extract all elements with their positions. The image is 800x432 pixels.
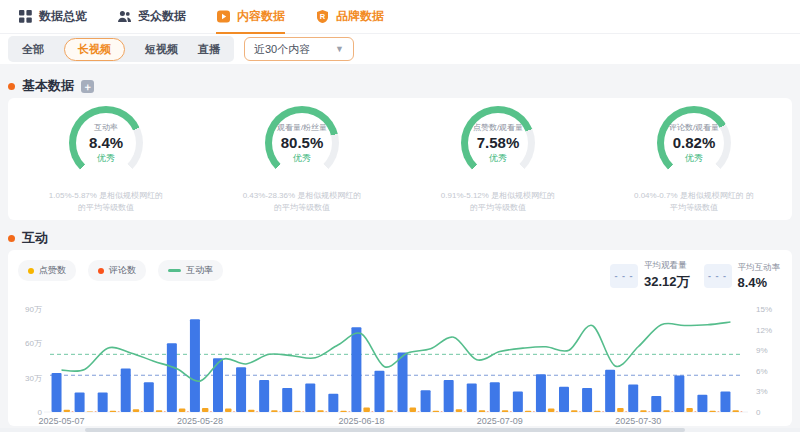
gauge-ring: 互动率 8.4% 优秀 xyxy=(69,106,143,180)
gauge-likes-per-view: 点赞数/观看量 7.58% 优秀 0.91%-5.12% 是相似规模网红的的平均… xyxy=(400,106,596,220)
filter-tab-all[interactable]: 全部 xyxy=(22,42,44,57)
svg-text:12%: 12% xyxy=(756,326,772,335)
svg-text:2025-05-07: 2025-05-07 xyxy=(39,416,85,426)
comments-dot-icon xyxy=(98,268,104,274)
svg-text:R: R xyxy=(320,12,326,21)
gauge-comments-per-view: 评论数/观看量 0.82% 优秀 0.04%-0.7% 是相似规模网红的 的平均… xyxy=(596,106,792,220)
gauge-label: 评论数/观看量 xyxy=(669,122,719,133)
gauge-rating: 优秀 xyxy=(293,152,311,165)
svg-text:15%: 15% xyxy=(756,305,772,314)
filter-tab-live[interactable]: 直播 xyxy=(198,42,220,57)
gauge-ring: 评论数/观看量 0.82% 优秀 xyxy=(657,106,731,180)
nav-tab-label: 内容数据 xyxy=(237,8,285,25)
nav-tab-label: 数据总览 xyxy=(39,8,87,25)
gauge-rating: 优秀 xyxy=(489,152,507,165)
gauge-rating: 优秀 xyxy=(97,152,115,165)
svg-text:2025-07-30: 2025-07-30 xyxy=(615,416,661,426)
shield-r-icon: R xyxy=(315,9,330,24)
gauge-ring: 观看量/粉丝量 80.5% 优秀 xyxy=(265,106,339,180)
rate-line-icon xyxy=(168,269,181,272)
main-content: 基本数据 ＋ 互动率 8.4% 优秀 1.05%-5.87% 是相似规模网红的的… xyxy=(0,64,800,426)
svg-text:3%: 3% xyxy=(756,387,768,396)
grid-icon xyxy=(18,9,33,24)
gauge-label: 点赞数/观看量 xyxy=(473,122,523,133)
gauge-label: 互动率 xyxy=(94,122,118,133)
add-icon[interactable]: ＋ xyxy=(81,80,94,93)
gauge-value: 8.4% xyxy=(89,134,123,151)
gauge-views-per-follower: 观看量/粉丝量 80.5% 优秀 0.43%-28.36% 是相似规模网红的的平… xyxy=(204,106,400,220)
basic-data-header: 基本数据 ＋ xyxy=(8,74,792,98)
gauge-rating: 优秀 xyxy=(685,152,703,165)
interaction-card: 点赞数 评论数 互动率 - - - 平均观看量 32.12万 xyxy=(8,250,792,426)
nav-tab-label: 受众数据 xyxy=(138,8,186,25)
svg-text:60万: 60万 xyxy=(25,339,42,348)
interaction-header: 互动 xyxy=(8,226,792,250)
content-range-value: 近30个内容 xyxy=(254,42,310,57)
svg-text:90万: 90万 xyxy=(25,305,42,314)
filter-tab-long-video[interactable]: 长视频 xyxy=(64,38,125,61)
horizontal-scrollbar[interactable] xyxy=(0,428,800,432)
gauge-value: 7.58% xyxy=(477,134,520,151)
dashed-line-icon: - - - xyxy=(704,264,732,288)
dashed-line-icon: - - - xyxy=(610,264,638,288)
stat-average-views: - - - 平均观看量 32.12万 xyxy=(610,260,690,291)
content-range-select[interactable]: 近30个内容 ▼ xyxy=(244,37,354,61)
nav-tab-content-data[interactable]: 内容数据 xyxy=(216,0,285,34)
svg-text:6%: 6% xyxy=(756,367,768,376)
users-icon xyxy=(117,9,132,24)
stat-label: 平均互动率 xyxy=(738,262,781,274)
svg-text:9%: 9% xyxy=(756,346,768,355)
section-bullet-icon xyxy=(8,83,15,90)
svg-text:2025-07-09: 2025-07-09 xyxy=(477,416,523,426)
chart-legend: 点赞数 评论数 互动率 xyxy=(18,260,223,281)
gauge-benchmark-note: 1.05%-5.87% 是相似规模网红的的平均等级数值 xyxy=(49,190,163,214)
filter-bar: 全部 长视频 短视频 直播 近30个内容 ▼ xyxy=(0,34,800,64)
interaction-chart[interactable]: 030万60万90万03%6%9%12%15%2025-05-072025-05… xyxy=(8,293,792,427)
nav-tab-audience-data[interactable]: 受众数据 xyxy=(117,0,186,34)
section-bullet-icon xyxy=(8,235,15,242)
svg-text:2025-06-18: 2025-06-18 xyxy=(338,416,384,426)
nav-tab-label: 品牌数据 xyxy=(336,8,384,25)
gauge-benchmark-note: 0.04%-0.7% 是相似规模网红的 的平均等级数值 xyxy=(634,190,754,214)
play-icon xyxy=(216,9,231,24)
video-type-segment: 全部 长视频 短视频 直播 xyxy=(8,36,234,62)
svg-text:30万: 30万 xyxy=(25,374,42,383)
stat-value: 8.4% xyxy=(738,275,781,290)
legend-likes[interactable]: 点赞数 xyxy=(18,260,76,281)
gauge-benchmark-note: 0.43%-28.36% 是相似规模网红的的平均等级数值 xyxy=(243,190,362,214)
gauge-interaction-rate: 互动率 8.4% 优秀 1.05%-5.87% 是相似规模网红的的平均等级数值 xyxy=(8,106,204,220)
stat-average-interaction-rate: - - - 平均互动率 8.4% xyxy=(704,260,781,291)
chart-stats: - - - 平均观看量 32.12万 - - - 平均互动率 8.4% xyxy=(610,260,782,291)
chevron-down-icon: ▼ xyxy=(335,44,344,54)
gauge-ring: 点赞数/观看量 7.58% 优秀 xyxy=(461,106,535,180)
gauge-value: 0.82% xyxy=(673,134,716,151)
legend-interaction-rate[interactable]: 互动率 xyxy=(158,260,223,281)
filter-tab-short-video[interactable]: 短视频 xyxy=(145,42,178,57)
section-title: 互动 xyxy=(22,229,48,247)
stat-value: 32.12万 xyxy=(644,273,690,291)
legend-comments[interactable]: 评论数 xyxy=(88,260,146,281)
gauge-value: 80.5% xyxy=(281,134,324,151)
svg-text:2025-05-28: 2025-05-28 xyxy=(177,416,223,426)
top-nav: 数据总览 受众数据 内容数据 R 品牌数据 xyxy=(0,0,800,34)
nav-tab-brand-data[interactable]: R 品牌数据 xyxy=(315,0,384,34)
nav-tab-data-overview[interactable]: 数据总览 xyxy=(18,0,87,34)
likes-dot-icon xyxy=(28,268,34,274)
svg-text:0: 0 xyxy=(756,408,761,417)
basic-data-card: 互动率 8.4% 优秀 1.05%-5.87% 是相似规模网红的的平均等级数值 … xyxy=(8,98,792,220)
section-title: 基本数据 xyxy=(22,77,74,95)
gauge-label: 观看量/粉丝量 xyxy=(277,122,327,133)
scrollbar-thumb[interactable] xyxy=(85,428,685,432)
stat-label: 平均观看量 xyxy=(644,260,690,272)
gauge-benchmark-note: 0.91%-5.12% 是相似规模网红的的平均等级数值 xyxy=(441,190,555,214)
